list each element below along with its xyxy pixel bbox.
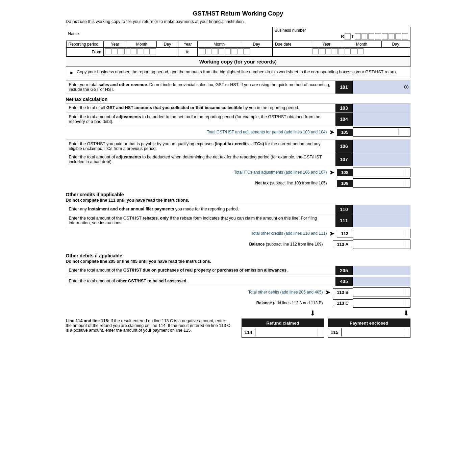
instruction-arrow: ►: [70, 70, 74, 75]
line-107-input[interactable]: [353, 153, 410, 166]
day-label3: Day: [381, 41, 410, 48]
due-b6[interactable]: [345, 48, 351, 54]
to-date-b2[interactable]: [205, 48, 211, 54]
line-405-field[interactable]: [354, 278, 409, 285]
line-113c-field[interactable]: [353, 298, 410, 308]
line-112-arrow: ➤: [329, 229, 335, 237]
line-101-input[interactable]: 00: [353, 81, 410, 94]
line-105-num: 105: [337, 129, 353, 136]
to-date-b3[interactable]: [212, 48, 218, 54]
from-date-b1[interactable]: [105, 48, 111, 54]
from-date-b3[interactable]: [118, 48, 124, 54]
down-arrows-row: ⬇ ⬇: [66, 309, 410, 317]
line-106-field[interactable]: [354, 143, 409, 150]
to-date-b8[interactable]: [244, 48, 250, 54]
page-title: GST/HST Return Working Copy: [66, 10, 410, 17]
header-table: Name Business number R T: [66, 27, 410, 57]
line-113b-field[interactable]: [353, 287, 410, 297]
line-114-num: 114: [242, 328, 255, 336]
line-113a-row: Balance (subtract line 112 from line 109…: [66, 239, 410, 249]
line-112-num: 112: [337, 230, 353, 237]
line-101-field[interactable]: [354, 83, 403, 91]
line-101-row: Enter your total sales and other revenue…: [66, 80, 410, 94]
line-113a-num: 113 A: [333, 240, 353, 248]
other-debits-heading: Other debits if applicable: [66, 253, 410, 258]
line-111-input[interactable]: [353, 214, 410, 227]
due-b8[interactable]: [357, 48, 364, 54]
bn-box4[interactable]: [382, 33, 388, 40]
refund-claimed-header: Refund claimed: [242, 319, 324, 327]
to-date-b7[interactable]: [237, 48, 244, 54]
line-110-input[interactable]: [353, 205, 410, 214]
to-date-b6[interactable]: [231, 48, 237, 54]
line-405-input[interactable]: [353, 277, 410, 286]
from-date-b6[interactable]: [137, 48, 143, 54]
line-106-input[interactable]: [353, 140, 410, 153]
other-credits-note: Do not complete line 111 until you have …: [66, 198, 410, 203]
line-107-field[interactable]: [354, 156, 409, 163]
bn-box7[interactable]: [402, 33, 408, 40]
payment-enclosed-box: Payment enclosed 115: [328, 319, 410, 338]
due-b7[interactable]: [351, 48, 357, 54]
line-112-field[interactable]: [353, 229, 410, 238]
t-box[interactable]: [355, 33, 361, 40]
line-108-label: Total ITCs and adjustments (add lines 10…: [66, 170, 327, 175]
from-date-b7[interactable]: [144, 48, 150, 54]
line-101-num: 101: [336, 81, 353, 94]
net-tax-heading: Net tax calculation: [66, 97, 410, 102]
line-110-row: Enter any instalment and other annual fi…: [66, 205, 410, 214]
line-105-field[interactable]: [353, 127, 410, 137]
due-b5[interactable]: [338, 48, 344, 54]
line-108-field[interactable]: [353, 168, 410, 177]
line-104-input[interactable]: [353, 113, 410, 126]
line-107-num: 107: [336, 153, 353, 166]
r-box[interactable]: [345, 33, 351, 40]
line-109-field[interactable]: [353, 178, 410, 188]
line-115-field[interactable]: [342, 327, 410, 337]
line-113c-label: Balance (add lines 113 A and 113 B): [66, 301, 323, 305]
bn-box2[interactable]: [368, 33, 374, 40]
bn-box3[interactable]: [375, 33, 381, 40]
line-114-field[interactable]: [255, 327, 324, 337]
line-108-result: 108: [337, 168, 410, 177]
line-113c-num: 113 C: [333, 299, 353, 307]
to-date-b5[interactable]: [225, 48, 231, 54]
line-205-row: Enter the total amount of the GST/HST du…: [66, 266, 410, 275]
line-103-field[interactable]: [354, 104, 409, 112]
year-label3: Year: [311, 41, 342, 48]
bn-box5[interactable]: [389, 33, 395, 40]
line-104-field[interactable]: [354, 116, 409, 123]
business-number-cell: Business number R T: [272, 27, 410, 41]
line-113a-spacer: ➤: [325, 240, 331, 248]
line-110-field[interactable]: [354, 206, 409, 213]
refund-claimed-box: Refund claimed 114: [242, 319, 324, 338]
line-113c-row: Balance (add lines 113 A and 113 B) ➤ 11…: [66, 298, 410, 308]
line-109-label: Net tax (subtract line 108 from line 105…: [66, 181, 327, 185]
from-date-b2[interactable]: [111, 48, 118, 54]
due-b3[interactable]: [325, 48, 331, 54]
instruction-text: Copy your business number, the reporting…: [77, 70, 397, 74]
from-date-b5[interactable]: [131, 48, 137, 54]
year-label1: Year: [103, 41, 127, 48]
line-205-input[interactable]: [353, 266, 410, 275]
line-110-num: 110: [336, 205, 353, 214]
line-113a-label: Balance (subtract line 112 from line 109…: [66, 242, 323, 247]
line-101-desc: Enter your total sales and other revenue…: [66, 81, 336, 94]
month-label1: Month: [127, 41, 156, 48]
line-103-input[interactable]: [353, 104, 410, 112]
from-date-b8[interactable]: [150, 48, 156, 54]
line-111-field[interactable]: [354, 217, 409, 224]
bn-box1[interactable]: [361, 33, 368, 40]
due-b2[interactable]: [319, 48, 325, 54]
to-date-b1[interactable]: [199, 48, 205, 54]
line-205-field[interactable]: [354, 267, 409, 274]
due-b1[interactable]: [312, 48, 319, 54]
to-date-b4[interactable]: [218, 48, 224, 54]
from-date-b4[interactable]: [124, 48, 130, 54]
line-113a-field[interactable]: [353, 239, 410, 249]
line-405-num: 405: [336, 277, 353, 286]
due-b4[interactable]: [332, 48, 338, 54]
bn-box6[interactable]: [395, 33, 401, 40]
working-copy-title: Working copy (for your records): [66, 57, 410, 67]
line-104-desc: Enter the total amount of adjustments to…: [66, 113, 336, 126]
